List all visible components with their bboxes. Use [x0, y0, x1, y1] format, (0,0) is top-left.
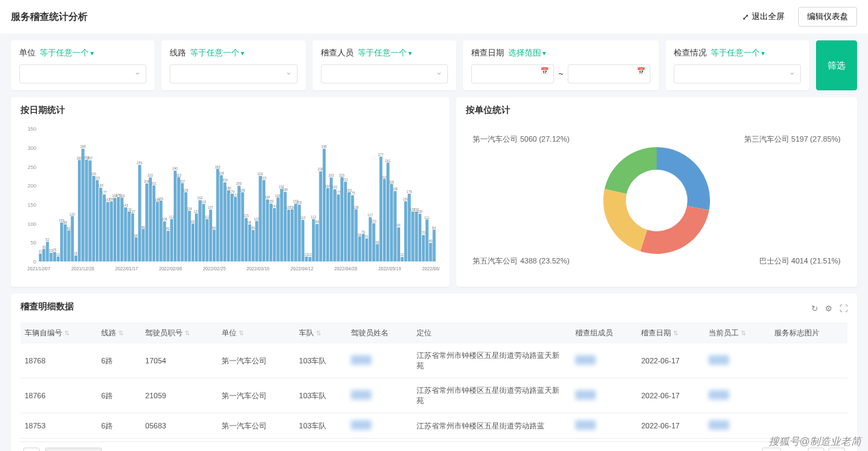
svg-rect-160: [308, 257, 311, 261]
svg-rect-40: [96, 180, 98, 261]
svg-text:177: 177: [101, 191, 107, 194]
filter-button[interactable]: 筛选: [816, 40, 857, 90]
svg-rect-166: [319, 171, 321, 261]
svg-text:150: 150: [296, 201, 302, 205]
svg-rect-52: [117, 197, 120, 261]
svg-rect-168: [323, 149, 326, 261]
svg-text:83: 83: [251, 227, 255, 230]
svg-rect-116: [231, 194, 233, 261]
svg-text:161: 161: [158, 197, 163, 201]
svg-text:191: 191: [332, 185, 337, 189]
svg-rect-192: [365, 238, 368, 261]
edit-dashboard-button[interactable]: 编辑仪表盘: [798, 7, 857, 27]
svg-text:211: 211: [343, 178, 348, 181]
table-header[interactable]: 驾驶员职号: [141, 322, 218, 344]
svg-rect-108: [216, 169, 219, 262]
svg-rect-144: [280, 189, 282, 261]
table-header: 定位: [412, 322, 570, 344]
svg-text:117: 117: [367, 214, 373, 217]
filter-route-op[interactable]: 等于任意一个: [190, 47, 244, 59]
detail-table: 车辆自编号线路驾驶员职号单位车队驾驶员姓名定位稽查组成员稽查日期当前员工服务标志…: [21, 322, 847, 439]
svg-rect-18: [57, 257, 60, 261]
svg-text:153: 153: [268, 200, 274, 203]
svg-text:2022/01/17: 2022/01/17: [115, 266, 138, 271]
svg-text:169: 169: [275, 194, 280, 198]
svg-rect-82: [170, 219, 173, 261]
pie-chart-panel: 按单位统计 第三汽车公司 5197 (27.85%)第一汽车公司 5060 (2…: [456, 97, 857, 287]
page-size-select[interactable]: 20 条/页: [45, 448, 102, 451]
svg-text:150: 150: [27, 202, 36, 208]
svg-rect-162: [312, 219, 315, 261]
svg-rect-88: [181, 183, 183, 261]
svg-text:268: 268: [77, 157, 82, 160]
svg-rect-152: [294, 203, 297, 261]
table-header[interactable]: 当前员工: [705, 322, 770, 344]
filter-date-end[interactable]: [568, 64, 650, 83]
svg-rect-206: [390, 184, 393, 261]
svg-text:138: 138: [289, 206, 295, 209]
table-header[interactable]: 稽查日期: [637, 322, 705, 344]
filter-status-input[interactable]: [674, 64, 801, 83]
svg-rect-198: [376, 244, 378, 261]
svg-rect-96: [195, 214, 198, 261]
filter-inspector-input[interactable]: [321, 64, 448, 83]
svg-text:61: 61: [365, 235, 369, 238]
svg-text:226: 226: [91, 172, 96, 176]
svg-text:2021/12/07: 2021/12/07: [27, 266, 51, 271]
svg-text:186: 186: [392, 188, 397, 191]
svg-text:207: 207: [179, 180, 185, 183]
table-header[interactable]: 线路: [97, 322, 141, 344]
svg-rect-184: [351, 195, 354, 261]
columns-button[interactable]: ⊞: [23, 448, 40, 451]
svg-rect-114: [227, 190, 230, 261]
svg-rect-122: [241, 192, 244, 261]
svg-rect-34: [85, 159, 88, 261]
svg-text:12: 12: [308, 253, 312, 257]
svg-rect-174: [333, 189, 336, 261]
svg-rect-136: [266, 199, 269, 261]
filter-route-input[interactable]: [170, 64, 297, 83]
svg-text:100: 100: [27, 221, 36, 227]
svg-rect-182: [347, 192, 350, 261]
svg-text:64: 64: [134, 234, 138, 237]
table-row[interactable]: 187536路05683第一汽车公司103车队江苏省常州市钟楼区五星街道劳动路蓝…: [21, 413, 847, 439]
svg-rect-92: [188, 211, 191, 261]
svg-rect-224: [422, 235, 425, 261]
svg-text:16: 16: [74, 252, 78, 255]
filter-status-op[interactable]: 等于任意一个: [711, 47, 765, 59]
svg-text:194: 194: [325, 185, 330, 188]
svg-text:298: 298: [321, 145, 327, 149]
filter-inspector-op[interactable]: 等于任意一个: [358, 47, 412, 59]
table-header[interactable]: 车辆自编号: [21, 322, 97, 344]
svg-text:169: 169: [119, 194, 124, 198]
svg-text:201: 201: [151, 182, 157, 185]
svg-rect-148: [287, 209, 290, 261]
svg-rect-140: [273, 208, 276, 261]
svg-text:159: 159: [109, 198, 114, 201]
donut-label: 第一汽车公司 5060 (27.12%): [473, 134, 569, 144]
filter-date-op[interactable]: 选择范围: [508, 47, 546, 59]
svg-rect-220: [415, 211, 418, 261]
exit-fullscreen-button[interactable]: ⤢ 退出全屏: [734, 7, 793, 27]
svg-rect-84: [174, 170, 176, 261]
fullscreen-icon[interactable]: ⛶: [839, 304, 847, 313]
table-header[interactable]: 单位: [218, 322, 295, 344]
table-row[interactable]: 187686路17054第一汽车公司103车队江苏省常州市钟楼区五星街道劳动路蓝…: [21, 344, 847, 378]
filter-unit-op[interactable]: 等于任意一个: [40, 47, 94, 59]
svg-text:218: 218: [382, 176, 387, 179]
filter-route: 线路等于任意一个: [161, 40, 305, 90]
bar-chart: 0501001502002503003502133522325131039882…: [21, 120, 440, 278]
table-row[interactable]: 187666路21059第一汽车公司103车队江苏省常州市钟楼区五星街道劳动路蓝…: [21, 378, 847, 413]
settings-icon[interactable]: ⚙: [825, 304, 832, 313]
svg-rect-218: [411, 211, 414, 261]
table-header[interactable]: 车队: [295, 322, 347, 344]
svg-text:238: 238: [318, 168, 324, 171]
svg-rect-102: [206, 219, 209, 261]
svg-text:84: 84: [432, 227, 436, 230]
svg-text:107: 107: [254, 218, 259, 221]
filter-date-start[interactable]: [471, 64, 554, 83]
refresh-icon[interactable]: ↻: [811, 304, 818, 313]
filter-unit-input[interactable]: [19, 64, 146, 83]
svg-rect-132: [259, 176, 261, 261]
svg-rect-50: [114, 198, 116, 261]
